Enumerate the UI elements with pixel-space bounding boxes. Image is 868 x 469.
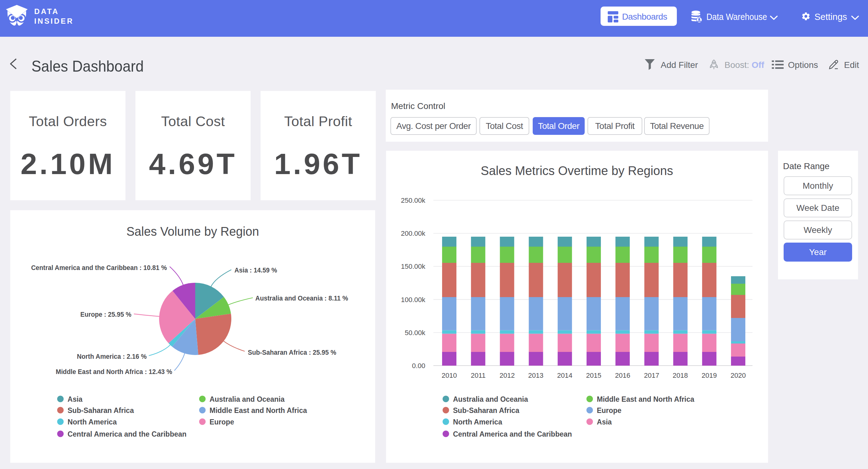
svg-text:Asia: Asia <box>67 395 83 403</box>
svg-text:150.00k: 150.00k <box>401 263 426 270</box>
svg-text:2011: 2011 <box>471 372 485 379</box>
svg-text:2017: 2017 <box>644 372 659 379</box>
svg-text:2012: 2012 <box>500 372 515 379</box>
svg-text:Sub-Saharan Africa : 25.95 %: Sub-Saharan Africa : 25.95 % <box>248 349 336 356</box>
svg-text:Sales Metrics Overtime by Regi: Sales Metrics Overtime by Regions <box>481 164 673 177</box>
svg-text:Central America and the Caribb: Central America and the Caribbean : 10.8… <box>31 264 167 271</box>
svg-text:Central America and the Caribb: Central America and the Caribbean <box>453 430 572 438</box>
svg-text:Australia and Oceania : 8.11 %: Australia and Oceania : 8.11 % <box>255 294 348 302</box>
svg-text:200.00k: 200.00k <box>401 230 426 237</box>
svg-text:Europe: Europe <box>210 418 234 426</box>
svg-text:2018: 2018 <box>673 372 688 379</box>
svg-text:Middle East and North Africa :: Middle East and North Africa : 12.43 % <box>56 368 172 376</box>
svg-text:0.00: 0.00 <box>412 362 425 370</box>
svg-text:2015: 2015 <box>586 372 601 379</box>
svg-text:Asia : 14.59 %: Asia : 14.59 % <box>235 266 277 274</box>
svg-text:Australia and Oceania: Australia and Oceania <box>210 395 285 403</box>
svg-text:2019: 2019 <box>702 372 717 379</box>
svg-text:North America: North America <box>67 418 117 426</box>
svg-text:Australia and Oceania: Australia and Oceania <box>453 395 528 403</box>
svg-text:2013: 2013 <box>528 372 544 379</box>
svg-text:Asia: Asia <box>597 418 612 426</box>
svg-text:Sub-Saharan Africa: Sub-Saharan Africa <box>453 406 520 414</box>
svg-text:Sales Volume by Region: Sales Volume by Region <box>126 225 259 238</box>
svg-text:50.00k: 50.00k <box>405 329 426 336</box>
svg-text:Europe : 25.95 %: Europe : 25.95 % <box>80 311 131 318</box>
svg-text:250.00k: 250.00k <box>401 197 426 204</box>
svg-text:2016: 2016 <box>615 372 630 379</box>
svg-text:2014: 2014 <box>557 372 572 379</box>
svg-text:Middle East and North Africa: Middle East and North Africa <box>210 406 307 414</box>
svg-text:2010: 2010 <box>442 372 457 379</box>
svg-text:Middle East and North Africa: Middle East and North Africa <box>597 395 694 403</box>
svg-text:100.00k: 100.00k <box>401 296 426 304</box>
svg-text:North America : 2.16 %: North America : 2.16 % <box>77 353 147 360</box>
svg-text:Europe: Europe <box>597 406 621 414</box>
svg-text:North America: North America <box>453 418 502 426</box>
svg-text:Central America and the Caribb: Central America and the Caribbean <box>67 430 186 438</box>
svg-text:Sub-Saharan Africa: Sub-Saharan Africa <box>67 406 134 414</box>
svg-text:2020: 2020 <box>731 372 746 379</box>
